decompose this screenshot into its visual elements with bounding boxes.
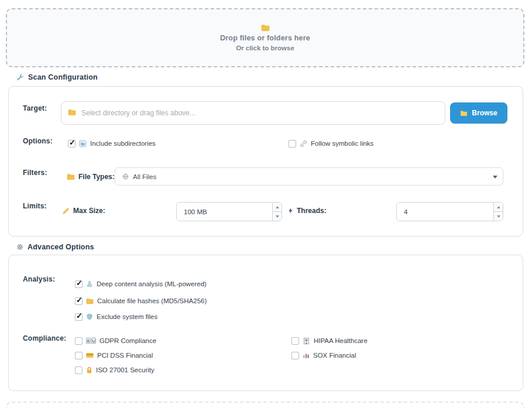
checkbox-exclude-system-files[interactable]: ✓ bbox=[75, 313, 83, 321]
threads-label: Threads: bbox=[297, 207, 327, 215]
option-gdpr-compliance[interactable]: EU GDPR Compliance bbox=[75, 336, 156, 345]
subdirectories-icon bbox=[79, 140, 87, 148]
target-input-wrap bbox=[61, 101, 445, 125]
max-size-label-group: Max Size: bbox=[62, 207, 105, 215]
scan-configuration-panel: Target: Browse Options: ✓ Include subdir… bbox=[8, 86, 523, 236]
max-size-spinbox bbox=[176, 202, 282, 221]
hospital-icon bbox=[303, 337, 310, 345]
file-types-selected-value: All Files bbox=[133, 173, 156, 180]
bar-chart-icon bbox=[303, 352, 310, 359]
threads-spinners bbox=[493, 203, 503, 221]
lock-icon bbox=[86, 366, 92, 374]
chevron-down-icon bbox=[493, 176, 497, 179]
link-icon bbox=[300, 140, 307, 148]
max-size-label: Max Size: bbox=[73, 207, 105, 215]
option-calculate-file-hashes[interactable]: ✓ Calculate file hashes (MD5/SHA256) bbox=[75, 296, 207, 306]
option-follow-symbolic-links[interactable]: Follow symbolic links bbox=[289, 139, 373, 148]
max-size-spinners bbox=[272, 203, 282, 221]
checkbox-include-subdirectories[interactable]: ✓ bbox=[68, 140, 75, 148]
file-dropzone[interactable]: Drop files or folders here Or click to b… bbox=[6, 8, 524, 67]
exclude-system-files-label: Exclude system files bbox=[97, 313, 157, 320]
option-sox-financial[interactable]: SOX Financial bbox=[291, 351, 356, 360]
file-types-label-group: File Types: bbox=[67, 173, 115, 181]
checkbox-iso-27001-security[interactable] bbox=[75, 366, 83, 374]
options-label: Options: bbox=[23, 137, 53, 145]
folder-icon bbox=[261, 24, 270, 32]
eu-flag-icon: EU bbox=[86, 338, 96, 344]
threads-label-group: Threads: bbox=[288, 207, 327, 215]
scan-configuration-title: Scan Configuration bbox=[28, 73, 98, 81]
threads-input[interactable] bbox=[397, 203, 493, 221]
gdpr-compliance-label: GDPR Compliance bbox=[99, 337, 156, 344]
checkbox-deep-content-analysis[interactable]: ✓ bbox=[75, 280, 83, 288]
flask-icon bbox=[86, 280, 93, 287]
iso-27001-security-label: ISO 27001 Security bbox=[96, 366, 155, 373]
gear-icon bbox=[16, 244, 23, 251]
spin-up-button[interactable] bbox=[494, 203, 503, 212]
max-size-input[interactable] bbox=[177, 203, 272, 221]
dropzone-secondary-text: Or click to browse bbox=[236, 44, 294, 52]
option-iso-27001-security[interactable]: ISO 27001 Security bbox=[75, 365, 155, 375]
option-pci-dss-financial[interactable]: PCI DSS Financial bbox=[75, 351, 153, 360]
option-exclude-system-files[interactable]: ✓ Exclude system files bbox=[75, 312, 157, 321]
shield-icon bbox=[86, 313, 93, 320]
file-types-select[interactable]: All Files bbox=[115, 167, 503, 186]
checkbox-sox-financial[interactable] bbox=[291, 352, 299, 359]
filters-label: Filters: bbox=[23, 169, 47, 177]
pencil-icon bbox=[62, 207, 70, 215]
spin-up-button[interactable] bbox=[273, 203, 282, 212]
browse-button-label: Browse bbox=[472, 109, 497, 117]
follow-symbolic-links-label: Follow symbolic links bbox=[311, 140, 373, 147]
hipaa-healthcare-label: HIPAA Healthcare bbox=[314, 337, 368, 344]
wrench-icon bbox=[16, 74, 24, 81]
scan-configuration-heading: Scan Configuration bbox=[16, 73, 98, 81]
include-subdirectories-label: Include subdirectories bbox=[90, 140, 156, 147]
folder-icon bbox=[460, 110, 468, 116]
analysis-label: Analysis: bbox=[23, 275, 55, 283]
spin-down-button[interactable] bbox=[273, 212, 282, 221]
checkbox-calculate-file-hashes[interactable]: ✓ bbox=[75, 297, 83, 305]
file-scanner-app: Drop files or folders here Or click to b… bbox=[0, 0, 532, 408]
option-deep-content-analysis[interactable]: ✓ Deep content analysis (ML-powered) bbox=[75, 279, 207, 289]
file-types-label: File Types: bbox=[78, 173, 115, 181]
pci-dss-financial-label: PCI DSS Financial bbox=[97, 352, 153, 359]
limits-label: Limits: bbox=[23, 202, 47, 210]
checkbox-pci-dss-financial[interactable] bbox=[75, 352, 83, 359]
calculate-file-hashes-label: Calculate file hashes (MD5/SHA256) bbox=[97, 297, 207, 304]
browse-button[interactable]: Browse bbox=[450, 102, 507, 124]
credit-card-icon bbox=[86, 352, 94, 358]
threads-spinbox bbox=[396, 202, 503, 221]
checkbox-gdpr-compliance[interactable] bbox=[75, 337, 83, 345]
target-input[interactable] bbox=[61, 101, 445, 125]
target-label: Target: bbox=[23, 104, 47, 112]
checkbox-follow-symbolic-links[interactable] bbox=[289, 140, 296, 148]
lightning-icon bbox=[288, 207, 293, 214]
folder-icon bbox=[67, 173, 75, 180]
spin-down-button[interactable] bbox=[494, 212, 503, 221]
folder-icon bbox=[86, 298, 94, 304]
dropzone-primary-text: Drop files or folders here bbox=[220, 34, 310, 42]
deep-content-analysis-label: Deep content analysis (ML-powered) bbox=[97, 280, 207, 287]
option-hipaa-healthcare[interactable]: HIPAA Healthcare bbox=[291, 336, 368, 345]
globe-icon bbox=[122, 173, 129, 180]
next-section-top-border bbox=[6, 402, 524, 408]
checkbox-hipaa-healthcare[interactable] bbox=[291, 337, 299, 345]
advanced-options-heading: Advanced Options bbox=[16, 243, 94, 251]
sox-financial-label: SOX Financial bbox=[313, 352, 356, 359]
advanced-options-panel: Analysis: ✓ Deep content analysis (ML-po… bbox=[8, 255, 523, 391]
advanced-options-title: Advanced Options bbox=[28, 243, 94, 251]
option-include-subdirectories[interactable]: ✓ Include subdirectories bbox=[68, 139, 156, 148]
compliance-label: Compliance: bbox=[23, 334, 66, 342]
